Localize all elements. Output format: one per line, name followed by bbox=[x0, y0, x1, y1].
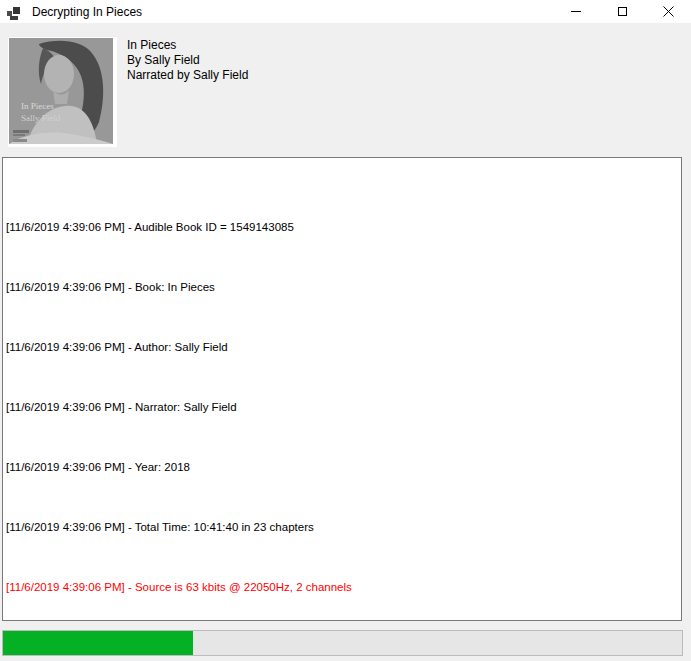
log-line: [11/6/2019 4:39:06 PM] - Audible Book ID… bbox=[6, 220, 678, 235]
cover-title-text: In Pieces bbox=[21, 101, 54, 111]
log-line: [11/6/2019 4:39:06 PM] - Source is 63 kb… bbox=[6, 580, 678, 595]
book-cover-art: In Pieces Sally Field bbox=[9, 38, 113, 144]
progress-bar bbox=[2, 630, 683, 656]
maximize-button[interactable] bbox=[599, 0, 645, 23]
maximize-icon bbox=[618, 7, 627, 16]
book-info-label: In Pieces By Sally Field Narrated by Sal… bbox=[127, 38, 248, 83]
cover-author-text: Sally Field bbox=[21, 113, 61, 123]
log-line: [11/6/2019 4:39:06 PM] - Narrator: Sally… bbox=[6, 400, 678, 415]
window-controls bbox=[553, 0, 691, 23]
log-textbox[interactable]: [11/6/2019 4:39:06 PM] - Audible Book ID… bbox=[2, 157, 682, 621]
log-line: [11/6/2019 4:39:06 PM] - Author: Sally F… bbox=[6, 340, 678, 355]
log-line: [11/6/2019 4:39:06 PM] - Total Time: 10:… bbox=[6, 520, 678, 535]
log-line: [11/6/2019 4:39:06 PM] - Year: 2018 bbox=[6, 460, 678, 475]
close-button[interactable] bbox=[645, 0, 691, 23]
book-cover-image: In Pieces Sally Field bbox=[8, 37, 117, 147]
book-title: In Pieces bbox=[127, 38, 248, 53]
app-window: Decrypting In Pieces bbox=[0, 0, 691, 661]
minimize-icon bbox=[571, 11, 581, 12]
progress-fill bbox=[3, 631, 193, 655]
window-title: Decrypting In Pieces bbox=[32, 5, 142, 19]
app-icon[interactable] bbox=[6, 4, 22, 20]
book-author: By Sally Field bbox=[127, 53, 248, 68]
close-icon bbox=[663, 6, 674, 17]
titlebar[interactable]: Decrypting In Pieces bbox=[0, 0, 691, 23]
book-narrator: Narrated by Sally Field bbox=[127, 68, 248, 83]
minimize-button[interactable] bbox=[553, 0, 599, 23]
log-line: [11/6/2019 4:39:06 PM] - Book: In Pieces bbox=[6, 280, 678, 295]
